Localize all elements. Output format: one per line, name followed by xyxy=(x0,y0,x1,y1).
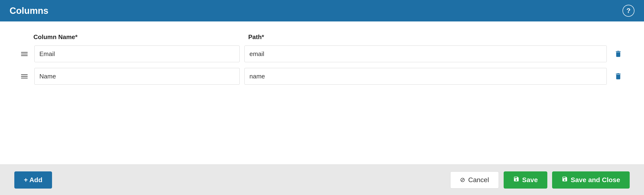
save-close-button-label: Save and Close xyxy=(571,176,620,184)
path-input[interactable] xyxy=(244,68,607,85)
drag-handle[interactable] xyxy=(19,72,30,80)
column-name-header: Column Name* xyxy=(34,33,248,41)
column-headers: Column Name* Path* xyxy=(19,33,625,41)
cancel-button-label: Cancel xyxy=(468,176,489,184)
add-button-label: + Add xyxy=(24,176,42,184)
footer: + Add ⊘ Cancel Save Save and Close xyxy=(0,165,644,195)
column-name-input[interactable] xyxy=(34,68,240,85)
table-row xyxy=(19,45,625,62)
delete-button[interactable] xyxy=(612,47,625,61)
save-close-icon xyxy=(562,176,568,184)
rows-container xyxy=(19,45,625,85)
save-close-button[interactable]: Save and Close xyxy=(552,171,630,189)
main-content: Column Name* Path* xyxy=(0,21,644,165)
cancel-icon: ⊘ xyxy=(460,176,465,184)
drag-handle[interactable] xyxy=(19,50,30,58)
save-button-label: Save xyxy=(522,176,538,184)
cancel-button[interactable]: ⊘ Cancel xyxy=(450,171,499,189)
help-icon[interactable]: ? xyxy=(622,5,634,17)
page-title: Columns xyxy=(10,6,48,16)
page-header: Columns ? xyxy=(0,0,644,21)
save-icon xyxy=(513,176,520,184)
table-row xyxy=(19,68,625,85)
footer-actions: ⊘ Cancel Save Save and Close xyxy=(450,171,630,189)
path-header: Path* xyxy=(248,33,625,41)
delete-button[interactable] xyxy=(612,70,625,83)
save-button[interactable]: Save xyxy=(504,171,547,189)
add-button[interactable]: + Add xyxy=(14,171,52,189)
path-input[interactable] xyxy=(244,45,607,62)
column-name-input[interactable] xyxy=(34,45,240,62)
